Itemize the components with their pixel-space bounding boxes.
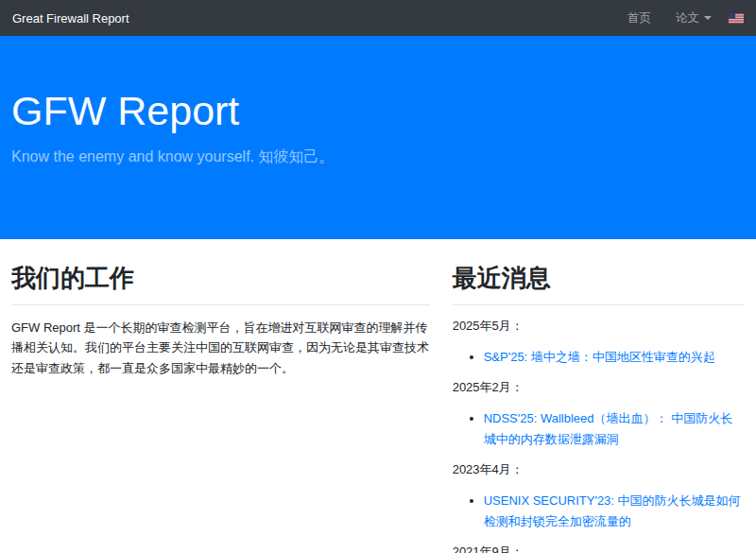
language-switch-link[interactable] xyxy=(729,13,744,24)
hero-jumbotron: GFW Report Know the enemy and know yours… xyxy=(0,36,756,239)
list-item: S&P'25: 墙中之墙：中国地区性审查的兴起 xyxy=(484,347,745,367)
recent-news-section: 最近消息 2025年5月： S&P'25: 墙中之墙：中国地区性审查的兴起 20… xyxy=(441,264,756,553)
brand-link[interactable]: Great Firewall Report xyxy=(12,11,129,26)
news-list: USENIX SECURITY'23: 中国的防火长城是如何检测和封锁完全加密流… xyxy=(453,491,745,531)
news-article-link[interactable]: NDSS'25: Wallbleed（墙出血）： 中国防火长城中的内存数据泄露漏… xyxy=(484,411,733,445)
section-divider xyxy=(453,304,745,305)
nav-item-home[interactable]: 首页 xyxy=(622,7,657,30)
our-work-section: 我们的工作 GFW Report 是一个长期的审查检测平台，旨在增进对互联网审查… xyxy=(0,264,441,553)
news-article-link[interactable]: USENIX SECURITY'23: 中国的防火长城是如何检测和封锁完全加密流… xyxy=(484,493,741,527)
news-date: 2025年2月： xyxy=(453,379,745,396)
page-title: GFW Report xyxy=(11,87,745,136)
our-work-heading: 我们的工作 xyxy=(11,264,430,293)
us-flag-icon xyxy=(729,13,744,24)
chevron-down-icon xyxy=(704,16,712,20)
news-date: 2021年9月： xyxy=(453,544,745,553)
news-list: NDSS'25: Wallbleed（墙出血）： 中国防火长城中的内存数据泄露漏… xyxy=(453,408,745,449)
news-date: 2023年4月： xyxy=(453,461,745,478)
our-work-paragraph: GFW Report 是一个长期的审查检测平台，旨在增进对互联网审查的理解并传播… xyxy=(11,318,430,378)
main-content: 我们的工作 GFW Report 是一个长期的审查检测平台，旨在增进对互联网审查… xyxy=(0,239,756,553)
news-article-link[interactable]: S&P'25: 墙中之墙：中国地区性审查的兴起 xyxy=(484,350,715,364)
news-date: 2025年5月： xyxy=(453,318,745,335)
navbar-menu: 首页 论文 xyxy=(609,7,744,30)
section-divider xyxy=(11,304,430,305)
list-item: USENIX SECURITY'23: 中国的防火长城是如何检测和封锁完全加密流… xyxy=(484,491,745,531)
nav-item-papers-dropdown[interactable]: 论文 xyxy=(670,7,717,30)
recent-news-heading: 最近消息 xyxy=(453,264,745,293)
nav-item-papers-label: 论文 xyxy=(676,10,699,26)
list-item: NDSS'25: Wallbleed（墙出血）： 中国防火长城中的内存数据泄露漏… xyxy=(484,408,745,449)
news-list: S&P'25: 墙中之墙：中国地区性审查的兴起 xyxy=(453,347,745,367)
page-subtitle: Know the enemy and know yourself. 知彼知己。 xyxy=(11,147,745,167)
top-navbar: Great Firewall Report 首页 论文 xyxy=(0,0,756,36)
